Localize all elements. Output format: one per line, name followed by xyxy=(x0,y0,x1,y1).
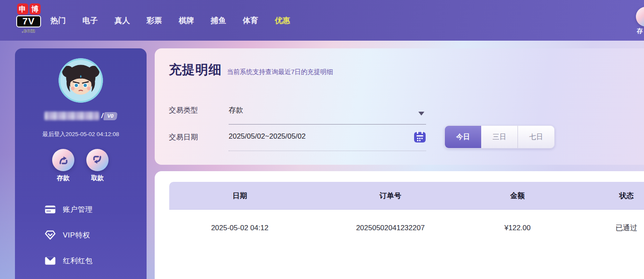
transaction-date-input[interactable] xyxy=(163,127,437,148)
vip-slash: / xyxy=(101,112,103,120)
withdraw-arrow-icon xyxy=(92,154,103,166)
chevron-down-icon xyxy=(418,112,424,116)
withdraw-button[interactable]: 取款 xyxy=(82,149,112,182)
main-menu: 热门 电子 真人 彩票 棋牌 捕鱼 体育 优惠 xyxy=(50,0,290,41)
last-login-text: 最后登入2025-05-02 04:12:08 xyxy=(15,131,147,138)
records-table: 日期 订单号 金额 状态 2025-05-02 04:12 2025050204… xyxy=(169,182,644,246)
nav-item-hot[interactable]: 热门 xyxy=(50,15,66,26)
records-panel: 日期 订单号 金额 状态 2025-05-02 04:12 2025050204… xyxy=(155,171,644,279)
tab-seven-days[interactable]: 七日 xyxy=(518,126,554,148)
date-range-tabs: 今日 三日 七日 xyxy=(444,125,555,148)
nav-item-fishing[interactable]: 捕鱼 xyxy=(211,15,226,26)
sidebar: / V0 最后登入2025-05-02 04:12:08 存款 取款 xyxy=(15,48,147,279)
logo-badge-2: 博 xyxy=(29,3,41,15)
sidebar-item-bonus[interactable]: 红利红包 xyxy=(45,254,93,267)
floating-deposit-icon xyxy=(636,7,644,27)
profile-username-blurred xyxy=(44,112,99,120)
logo-badge-1: 申 xyxy=(17,3,28,15)
table-header-row: 日期 订单号 金额 状态 xyxy=(169,182,644,210)
nav-item-lottery[interactable]: 彩票 xyxy=(147,15,162,26)
select-underline xyxy=(229,124,426,125)
nav-item-sports[interactable]: 体育 xyxy=(243,15,258,26)
header-order-no: 订单号 xyxy=(310,191,471,201)
cell-date: 2025-05-02 04:12 xyxy=(169,224,310,232)
floating-deposit-button[interactable]: 存 xyxy=(636,7,644,35)
nav-item-live[interactable]: 真人 xyxy=(115,15,130,26)
nav-item-poker[interactable]: 棋牌 xyxy=(179,15,194,26)
date-underline xyxy=(229,151,426,151)
tab-three-days[interactable]: 三日 xyxy=(481,126,518,148)
nav-item-promo[interactable]: 优惠 xyxy=(275,15,290,26)
cell-amount: ¥122.00 xyxy=(471,224,565,232)
cell-order-no: 20250502041232207 xyxy=(310,224,471,232)
logo-com-text: .com xyxy=(16,28,41,34)
cell-status: 已通过 xyxy=(565,223,644,233)
envelope-icon xyxy=(45,257,56,265)
header-status: 状态 xyxy=(565,191,644,201)
header-amount: 金额 xyxy=(471,191,565,201)
site-logo[interactable]: 申 博 7V .com xyxy=(16,3,41,34)
deposit-arrow-icon xyxy=(58,154,69,166)
nav-item-slots[interactable]: 电子 xyxy=(82,15,98,26)
filter-panel: 充提明细 当前系统支持查询最近7日的充提明细 交易类型 存款 交易日期 2025… xyxy=(155,48,644,165)
profile-vip-badge: V0 xyxy=(103,112,118,120)
sidebar-item-account[interactable]: 账户管理 xyxy=(45,203,93,216)
vip-diamond-icon xyxy=(45,230,56,240)
page-subtitle: 当前系统支持查询最近7日的充提明细 xyxy=(227,68,333,76)
logo-text: 7V xyxy=(16,15,41,27)
page-title: 充提明细 xyxy=(169,61,222,79)
profile-avatar[interactable] xyxy=(59,58,103,103)
card-icon xyxy=(45,205,56,214)
sidebar-item-vip[interactable]: VIP特权 xyxy=(45,229,90,241)
deposit-button[interactable]: 存款 xyxy=(48,149,78,182)
top-nav: 申 博 7V .com 热门 电子 真人 彩票 棋牌 捕鱼 体育 优惠 V0 xyxy=(0,0,644,41)
calendar-icon[interactable] xyxy=(414,131,426,143)
header-date: 日期 xyxy=(169,191,310,201)
table-row: 2025-05-02 04:12 20250502041232207 ¥122.… xyxy=(169,210,644,246)
transaction-type-select[interactable] xyxy=(163,101,437,122)
tab-today[interactable]: 今日 xyxy=(445,126,481,148)
